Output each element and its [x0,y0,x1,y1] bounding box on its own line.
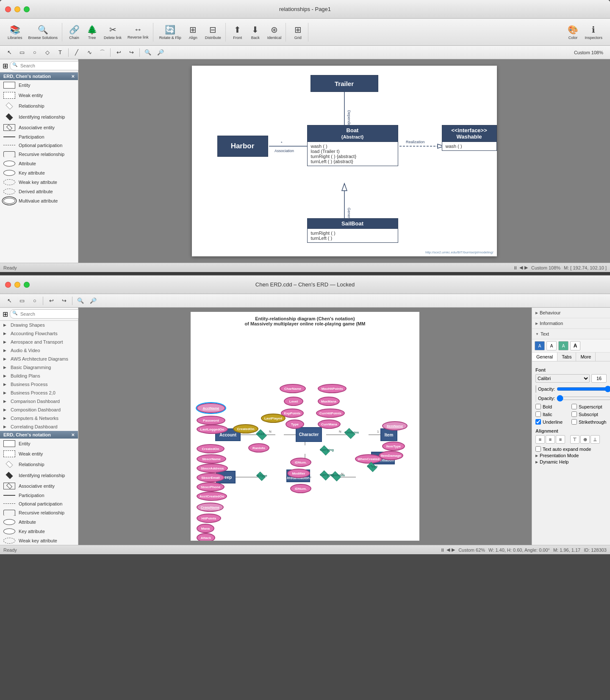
sidebar-section-close[interactable]: ✕ [71,74,75,79]
align-middle-btn[interactable]: ⊕ [580,435,590,444]
erd-contains-diamond[interactable]: Contains [343,428,359,440]
bottom-close-button[interactable] [5,282,11,288]
erd-istype-item[interactable]: IsType [366,462,382,474]
bottom-canvas-area[interactable]: Entity-relationship diagram (Chen's nota… [78,308,532,545]
toolbar-grid[interactable]: ⊞ Grid [289,23,306,42]
toolbar-inspectors[interactable]: ℹ Inspectors [582,23,605,42]
bottom-group-correlating[interactable]: ▶ Correlating Dashboard [0,422,78,431]
strikethrough-row[interactable]: Strikethrough [571,419,607,425]
sidebar-item-participation[interactable]: Participation [0,133,78,141]
erd-currmana[interactable]: CurrMana [318,419,341,429]
font-name-select[interactable]: Calibri [535,374,590,383]
italic-row[interactable]: Italic [535,411,571,417]
align-bottom-btn[interactable]: ⊥ [591,435,600,444]
erd-password[interactable]: Password [197,416,225,425]
bottom-group-audio[interactable]: ▶ Audio & Video [0,346,78,355]
erd-sbscremail[interactable]: SbscrEmail [197,473,225,482]
toolbar-align[interactable]: ⊞ Align [185,23,202,42]
presentation-mode-row[interactable]: ▶ Presentation Mode [535,453,607,458]
sidebar-item-key-attribute[interactable]: Key attribute [0,168,78,178]
inspector-behaviour-row[interactable]: ▶ Behaviour [535,309,607,316]
superscript-checkbox[interactable] [571,404,577,409]
bottom-sidebar-identifying-relationship[interactable]: Identifying relationship [0,470,78,481]
stroke-color-swatch[interactable] [535,394,536,402]
maximize-button[interactable] [24,6,30,12]
toolbar-chain[interactable]: 🔗 Chain [66,23,83,42]
toolbar-rotate-flip[interactable]: 🔄 Rotate & Flip [157,23,184,42]
connector-tool[interactable]: ⌒ [96,47,108,58]
bottom-zoom-out[interactable]: 🔎 [87,296,99,306]
pause-btn[interactable]: ⏸ [513,265,518,270]
bottom-group-computers[interactable]: ▶ Computers & Networks [0,414,78,422]
bold-checkbox[interactable] [535,404,541,409]
sidebar-item-weak-key-attribute[interactable]: Weak key attribute [0,178,78,187]
line-tool[interactable]: ╱ [71,47,83,58]
erd-itemdamage[interactable]: ItemDamage [379,451,403,460]
erd-lastplayed[interactable]: LastPlayed [261,414,286,423]
erd-character[interactable]: Character [296,427,322,442]
bottom-next-btn[interactable]: ▶ [452,547,455,553]
align-left-btn[interactable]: ≡ [535,435,545,444]
circle-tool[interactable]: ○ [29,47,41,58]
prev-btn[interactable]: ◀ [519,265,523,270]
erd-createdon-char[interactable]: CreatedOn [233,424,258,433]
bottom-group-drawing-shapes[interactable]: ▶ Drawing Shapes [0,321,78,329]
bottom-pointer-tool[interactable]: ↖ [3,296,15,306]
align-center-btn[interactable]: ≡ [546,435,555,444]
sidebar-item-derived-attribute[interactable]: Derived attribute [0,187,78,196]
erd-itemtype[interactable]: ItemType [382,442,405,451]
erd-lastloggedon[interactable]: LastLoggedOn [197,425,228,434]
erd-idnum-char[interactable]: IDNum. [290,458,311,467]
text-auto-expand-row[interactable]: Text auto expand mode [535,446,607,452]
bottom-maximize-button[interactable] [24,282,30,288]
erd-creepname[interactable]: CreepName [197,503,224,512]
toolbar-reverse-link[interactable]: ↔ Reverse link [125,23,151,41]
next-btn[interactable]: ▶ [524,265,528,270]
erd-mana[interactable]: Mana [197,524,214,533]
toolbar-delete-link[interactable]: ✂ Delete link [101,23,124,42]
bottom-sidebar-participation[interactable]: Participation [0,491,78,500]
erd-attack[interactable]: Attack [197,533,215,541]
underline-row[interactable]: Underline [535,419,571,425]
erd-maxhitpoints[interactable]: MaxHitPoints [318,384,347,393]
erd-itemname[interactable]: ItemName [382,421,408,431]
bottom-sidebar-key-attribute[interactable]: Key attribute [0,527,78,536]
align-right-btn[interactable]: ≡ [556,435,565,444]
sidebar-item-relationship[interactable]: Relationship [0,100,78,111]
bottom-sidebar-attribute[interactable]: Attribute [0,517,78,527]
inspector-information-row[interactable]: ▶ Information [535,320,607,327]
bottom-sidebar-erd-section[interactable]: ERD, Chen's notation ✕ [0,431,78,439]
bottom-sidebar-recursive-relationship[interactable]: → Recursive relationship [0,508,78,517]
erd-sbscraddress[interactable]: SbscrAddress [197,464,228,473]
grid-view-btn[interactable]: ⊞ [3,61,8,70]
bottom-sidebar-entity[interactable]: Entity [0,439,78,449]
bottom-circle-tool[interactable]: ○ [29,296,41,306]
minimize-button[interactable] [14,6,20,12]
subscript-row[interactable]: Subscript [571,411,607,417]
bottom-group-aws[interactable]: ▶ AWS Architecture Diagrams [0,355,78,363]
redo-tool[interactable]: ↪ [125,47,137,58]
dynamic-help-row[interactable]: ▶ Dynamic Help [535,459,607,464]
uml-harbor[interactable]: Harbor [217,136,268,157]
diamond-tool[interactable]: ◇ [42,47,53,58]
superscript-row[interactable]: Superscript [571,404,607,409]
stroke-opacity-slider[interactable] [557,396,610,401]
sidebar-item-weak-entity[interactable]: Weak entity [0,90,78,100]
bottom-rect-tool[interactable]: ▭ [16,296,28,306]
close-button[interactable] [5,6,11,12]
text-auto-expand-checkbox[interactable] [535,446,541,452]
toolbar-browse-solutions[interactable]: 🔍 Browse Solutions [26,23,61,42]
uml-washable[interactable]: <<interface>>Washable wash ( ) [442,125,497,151]
text-tool[interactable]: T [54,47,66,58]
bold-row[interactable]: Bold [535,404,571,409]
bottom-pause-btn[interactable]: ⏸ [440,547,445,553]
bottom-zoom-in[interactable]: 🔍 [75,296,86,306]
align-top-btn[interactable]: ⊤ [570,435,580,444]
bottom-group-composition[interactable]: ▶ Composition Dashboard [0,406,78,414]
bottom-prev-btn[interactable]: ◀ [446,547,450,553]
search-input[interactable] [10,61,83,70]
pointer-tool[interactable]: ↖ [3,47,15,58]
erd-type[interactable]: Type [286,419,304,429]
bottom-group-comparison[interactable]: ▶ Comparison Dashboard [0,397,78,406]
erd-acctname[interactable]: AcctName [197,403,225,413]
